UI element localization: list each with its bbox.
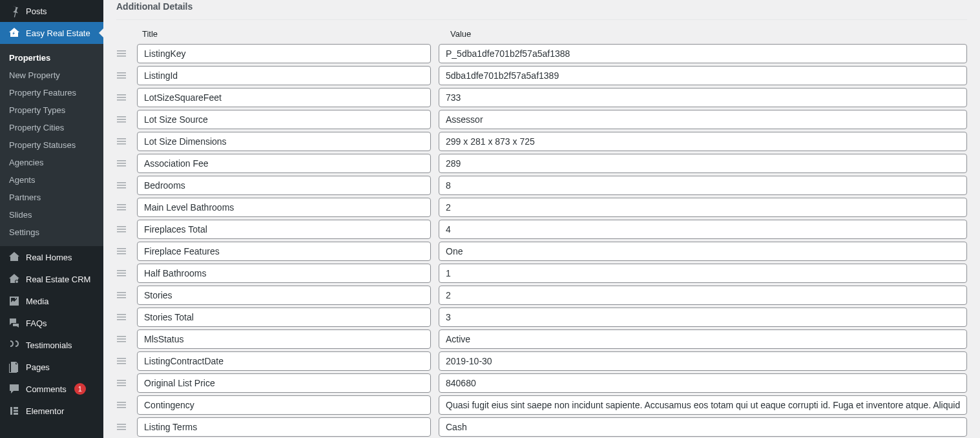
- title-input[interactable]: [137, 44, 431, 63]
- svg-rect-31: [117, 229, 126, 230]
- drag-handle-icon[interactable]: [116, 114, 129, 125]
- svg-rect-49: [117, 360, 126, 362]
- title-input[interactable]: [137, 286, 431, 305]
- drag-handle-icon[interactable]: [116, 224, 129, 235]
- value-input[interactable]: [439, 329, 967, 349]
- detail-row: [116, 394, 967, 416]
- title-input[interactable]: [137, 308, 431, 327]
- column-header-value: Value: [444, 29, 967, 39]
- submenu-item-property-types[interactable]: Property Types: [0, 101, 103, 119]
- value-input[interactable]: [439, 395, 967, 415]
- submenu-item-slides[interactable]: Slides: [0, 206, 103, 224]
- svg-rect-35: [117, 253, 126, 255]
- drag-handle-icon[interactable]: [116, 202, 129, 213]
- drag-handle-icon[interactable]: [116, 158, 129, 169]
- svg-rect-17: [117, 121, 126, 123]
- sidebar-item-real-estate-crm[interactable]: Real Estate CRM: [0, 268, 103, 290]
- submenu-item-partners[interactable]: Partners: [0, 189, 103, 206]
- drag-handle-icon[interactable]: [116, 136, 129, 147]
- title-input[interactable]: [137, 88, 431, 107]
- drag-handle-icon[interactable]: [116, 312, 129, 322]
- svg-rect-55: [117, 404, 126, 406]
- sidebar-item-faqs[interactable]: FAQs: [0, 312, 103, 334]
- value-input[interactable]: [439, 417, 967, 437]
- drag-handle-icon[interactable]: [116, 400, 129, 410]
- title-input[interactable]: [137, 198, 431, 217]
- sidebar-item-pages[interactable]: Pages: [0, 356, 103, 378]
- value-input[interactable]: [439, 242, 967, 261]
- value-input[interactable]: [439, 308, 967, 327]
- sidebar-item-real-homes[interactable]: Real Homes: [0, 246, 103, 268]
- elementor-icon: [8, 404, 21, 417]
- value-input[interactable]: [439, 264, 967, 283]
- title-input[interactable]: [137, 66, 431, 85]
- submenu-item-properties[interactable]: Properties: [0, 49, 103, 67]
- value-input[interactable]: [439, 176, 967, 195]
- sidebar-item-elementor[interactable]: Elementor: [0, 400, 103, 422]
- sidebar-item-testimonials[interactable]: Testimonials: [0, 334, 103, 356]
- quotes-icon: [8, 339, 21, 351]
- drag-handle-icon[interactable]: [116, 290, 129, 300]
- submenu-item-settings[interactable]: Settings: [0, 224, 103, 241]
- svg-rect-58: [117, 426, 126, 428]
- value-input[interactable]: [439, 220, 967, 239]
- svg-rect-42: [117, 314, 126, 315]
- submenu-item-new-property[interactable]: New Property: [0, 67, 103, 84]
- panel-title: Additional Details: [116, 0, 967, 19]
- drag-handle-icon[interactable]: [116, 334, 129, 344]
- svg-rect-19: [117, 141, 126, 142]
- value-input[interactable]: [439, 110, 967, 129]
- value-input[interactable]: [439, 286, 967, 305]
- value-input[interactable]: [439, 132, 967, 151]
- submenu-item-agencies[interactable]: Agencies: [0, 154, 103, 171]
- title-input[interactable]: [137, 264, 431, 283]
- value-input[interactable]: [439, 351, 967, 371]
- title-input[interactable]: [137, 417, 431, 437]
- sidebar-item-easy-real-estate[interactable]: Easy Real Estate: [0, 22, 103, 44]
- value-input[interactable]: [439, 66, 967, 85]
- drag-handle-icon[interactable]: [116, 268, 129, 278]
- title-input[interactable]: [137, 154, 431, 173]
- value-input[interactable]: [439, 44, 967, 63]
- title-input[interactable]: [137, 395, 431, 415]
- detail-row: [116, 262, 967, 284]
- sidebar-item-comments[interactable]: Comments1: [0, 378, 103, 400]
- submenu-item-property-statuses[interactable]: Property Statuses: [0, 136, 103, 154]
- sidebar-item-media[interactable]: Media: [0, 290, 103, 312]
- svg-rect-36: [117, 270, 126, 271]
- notification-badge: 1: [74, 383, 86, 395]
- value-input[interactable]: [439, 198, 967, 217]
- submenu-item-property-cities[interactable]: Property Cities: [0, 119, 103, 136]
- title-input[interactable]: [137, 132, 431, 151]
- title-input[interactable]: [137, 220, 431, 239]
- title-input[interactable]: [137, 242, 431, 261]
- detail-row: [116, 130, 967, 152]
- drag-handle-icon[interactable]: [116, 92, 129, 103]
- svg-rect-45: [117, 336, 126, 337]
- comment-icon: [8, 382, 21, 395]
- title-input[interactable]: [137, 373, 431, 393]
- additional-details-table: Title Value: [116, 19, 967, 438]
- drag-handle-icon[interactable]: [116, 356, 129, 366]
- submenu-easy-real-estate: PropertiesNew PropertyProperty FeaturesP…: [0, 44, 103, 246]
- admin-sidebar: PostsEasy Real Estate PropertiesNew Prop…: [0, 0, 103, 438]
- title-input[interactable]: [137, 329, 431, 349]
- submenu-item-property-features[interactable]: Property Features: [0, 84, 103, 101]
- svg-rect-23: [117, 165, 126, 167]
- drag-handle-icon[interactable]: [116, 378, 129, 388]
- drag-handle-icon[interactable]: [116, 422, 129, 432]
- drag-handle-icon[interactable]: [116, 70, 129, 81]
- submenu-item-agents[interactable]: Agents: [0, 171, 103, 189]
- svg-rect-54: [117, 402, 126, 403]
- title-input[interactable]: [137, 351, 431, 371]
- value-input[interactable]: [439, 88, 967, 107]
- drag-handle-icon[interactable]: [116, 48, 129, 59]
- drag-handle-icon[interactable]: [116, 246, 129, 256]
- sidebar-item-posts[interactable]: Posts: [0, 0, 103, 22]
- title-input[interactable]: [137, 110, 431, 129]
- drag-handle-icon[interactable]: [116, 180, 129, 191]
- title-input[interactable]: [137, 176, 431, 195]
- value-input[interactable]: [439, 373, 967, 393]
- value-input[interactable]: [439, 154, 967, 173]
- detail-row: [116, 43, 967, 65]
